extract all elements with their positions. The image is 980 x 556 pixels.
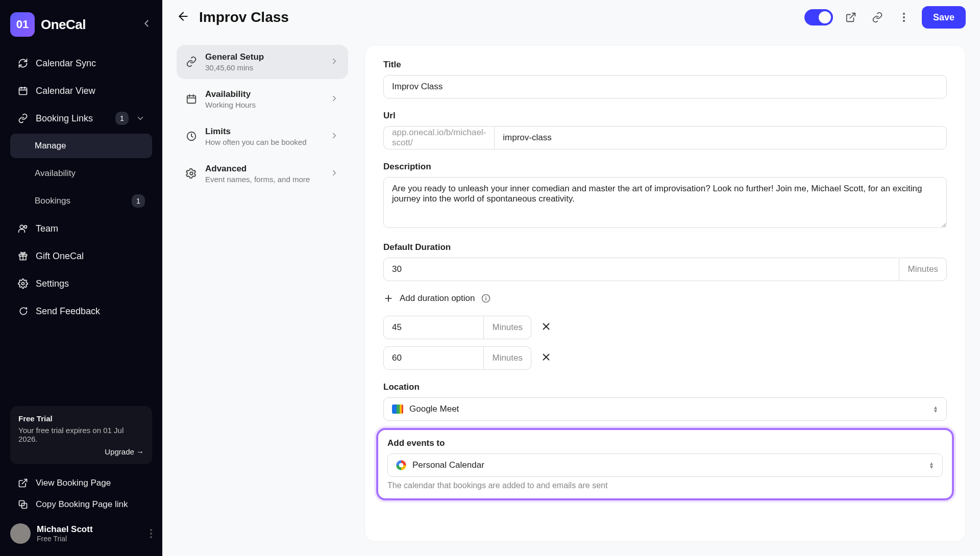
url-prefix: app.onecal.io/b/michael-scott/: [383, 126, 494, 149]
settings-nav: General Setup 30,45,60 mins Availability…: [177, 45, 348, 542]
svg-point-9: [22, 283, 24, 285]
view-booking-page-link[interactable]: View Booking Page: [10, 472, 152, 494]
external-link-icon: [845, 12, 856, 23]
info-icon[interactable]: [481, 293, 491, 304]
description-label: Description: [383, 162, 947, 172]
settings-nav-advanced[interactable]: Advanced Event names, forms, and more: [177, 157, 348, 191]
updown-icon: ▲▼: [933, 406, 938, 413]
sync-icon: [17, 58, 29, 69]
sidebar-header: 01 OneCal: [10, 12, 152, 37]
copy-icon: [17, 499, 29, 510]
updown-icon: ▲▼: [929, 462, 934, 469]
url-slug-input[interactable]: [494, 126, 947, 149]
trial-body: Your free trial expires on 01 Jul 2026.: [18, 426, 144, 443]
settings-nav-title: General Setup: [205, 52, 323, 62]
extra-duration-input-2[interactable]: [383, 346, 484, 370]
plus-icon: [383, 293, 394, 304]
arrow-left-icon: [177, 10, 190, 23]
default-duration-input[interactable]: [383, 258, 899, 281]
google-icon: [396, 460, 406, 470]
sidebar-collapse-button[interactable]: [141, 18, 152, 31]
page-title: Improv Class: [199, 9, 289, 26]
more-icon: [903, 13, 905, 22]
sidebar-item-booking-links[interactable]: Booking Links 1: [10, 106, 152, 131]
body: General Setup 30,45,60 mins Availability…: [162, 35, 980, 556]
svg-rect-0: [19, 88, 27, 94]
open-external-button[interactable]: [842, 9, 860, 26]
add-duration-option-button[interactable]: Add duration option: [383, 293, 947, 304]
logo-name: OneCal: [41, 17, 86, 33]
duration-label: Default Duration: [383, 242, 947, 252]
sidebar-badge: 1: [132, 194, 145, 208]
add-events-highlight: Add events to Personal Calendar ▲▼ The c…: [376, 428, 954, 500]
chat-icon: [17, 306, 29, 317]
extra-duration-input-1[interactable]: [383, 316, 484, 339]
remove-duration-button[interactable]: [541, 321, 552, 334]
copy-link-button[interactable]: [869, 9, 886, 26]
sidebar-item-label: Gift OneCal: [36, 251, 84, 262]
remove-duration-button[interactable]: [541, 351, 552, 365]
sidebar-item-feedback[interactable]: Send Feedback: [10, 299, 152, 323]
title-input[interactable]: [383, 75, 947, 98]
location-select[interactable]: Google Meet ▲▼: [383, 397, 947, 421]
back-button[interactable]: [177, 10, 190, 25]
sidebar-item-label: Calendar View: [36, 86, 95, 96]
sidebar-item-team[interactable]: Team: [10, 216, 152, 241]
close-icon: [541, 351, 552, 363]
description-input[interactable]: [383, 177, 947, 228]
sidebar-item-label: Calendar Sync: [36, 58, 96, 69]
duration-unit: Minutes: [899, 258, 947, 281]
sidebar-item-settings[interactable]: Settings: [10, 271, 152, 296]
settings-nav-availability[interactable]: Availability Working Hours: [177, 82, 348, 116]
extra-duration-row: Minutes: [383, 346, 552, 370]
sidebar-item-manage[interactable]: Manage: [10, 134, 152, 158]
duration-unit: Minutes: [484, 316, 531, 339]
clock-icon: [186, 131, 198, 143]
svg-point-20: [190, 172, 193, 175]
settings-nav-limits[interactable]: Limits How often you can be booked: [177, 119, 348, 154]
enabled-toggle[interactable]: [804, 9, 833, 26]
add-events-label: Add events to: [387, 438, 943, 448]
settings-nav-sub: Working Hours: [205, 100, 323, 109]
location-value: Google Meet: [409, 404, 459, 414]
form-panel: Title Url app.onecal.io/b/michael-scott/…: [364, 45, 966, 542]
svg-point-5: [24, 225, 27, 228]
more-menu-button[interactable]: [895, 9, 913, 26]
sidebar-item-label: Send Feedback: [36, 306, 100, 317]
team-icon: [17, 223, 29, 234]
link-label: Copy Booking Page link: [36, 499, 128, 510]
trial-card: Free Trial Your free trial expires on 01…: [10, 406, 152, 464]
svg-point-4: [20, 225, 23, 229]
settings-nav-sub: 30,45,60 mins: [205, 63, 323, 72]
link-icon: [186, 56, 198, 68]
sidebar-item-availability[interactable]: Availability: [10, 161, 152, 186]
save-button[interactable]: Save: [922, 6, 966, 29]
sidebar-item-label: Booking Links: [36, 113, 93, 124]
user-plan: Free Trial: [37, 535, 144, 543]
sidebar-item-label: Bookings: [35, 196, 70, 206]
chevron-right-icon: [330, 131, 339, 142]
sidebar-badge: 1: [115, 112, 129, 125]
sidebar-item-label: Availability: [35, 168, 76, 179]
chevron-right-icon: [330, 57, 339, 68]
gear-icon: [186, 168, 198, 180]
calendar-icon: [17, 85, 29, 96]
svg-line-10: [22, 479, 27, 484]
copy-booking-page-link[interactable]: Copy Booking Page link: [10, 494, 152, 515]
external-link-icon: [17, 477, 29, 489]
link-icon: [872, 12, 883, 23]
sidebar: 01 OneCal Calendar Sync Calendar View Bo…: [0, 0, 162, 556]
settings-nav-general[interactable]: General Setup 30,45,60 mins: [177, 45, 348, 79]
add-events-select[interactable]: Personal Calendar ▲▼: [387, 453, 943, 477]
add-events-value: Personal Calendar: [412, 460, 484, 470]
upgrade-link[interactable]: Upgrade →: [18, 447, 144, 456]
app-logo[interactable]: 01 OneCal: [10, 12, 86, 37]
sidebar-item-calendar-sync[interactable]: Calendar Sync: [10, 51, 152, 75]
settings-nav-title: Advanced: [205, 164, 323, 174]
sidebar-item-calendar-view[interactable]: Calendar View: [10, 79, 152, 103]
sidebar-item-bookings[interactable]: Bookings 1: [10, 189, 152, 213]
gift-icon: [17, 250, 29, 262]
user-menu-button[interactable]: [150, 529, 152, 538]
sidebar-item-gift[interactable]: Gift OneCal: [10, 244, 152, 268]
link-label: View Booking Page: [36, 478, 111, 488]
